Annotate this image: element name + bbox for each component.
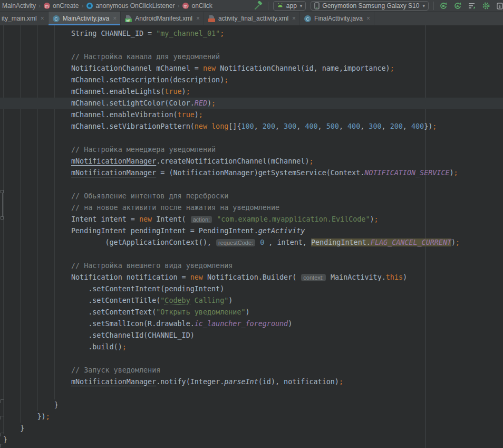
code-line[interactable]: PendingIntent pendingIntent = PendingInt…: [0, 225, 503, 237]
code-line[interactable]: [0, 249, 503, 260]
apply-changes-icon[interactable]: [439, 1, 448, 11]
breadcrumb-item-mainactivity[interactable]: MainActivity: [2, 2, 36, 9]
code-line[interactable]: (getApplicationContext(), requestCode: 0…: [0, 237, 503, 249]
breadcrumb-label: onClick: [191, 2, 212, 9]
code-line[interactable]: // Настройка канала для уведомлений: [0, 51, 503, 63]
tab-activity-final-acttivity-xml[interactable]: activity_final_acttivity.xml ×: [204, 12, 300, 25]
code-editor[interactable]: String CHANNEL_ID = "my_channel_01"; // …: [0, 25, 503, 448]
fold-marker[interactable]: [1, 416, 4, 420]
breadcrumb-separator: ›: [36, 2, 43, 9]
breadcrumb: MainActivity › m onCreate › anonymous On…: [2, 0, 212, 11]
breadcrumb-item-onclick[interactable]: m onClick: [182, 2, 212, 9]
chevron-down-icon: ▾: [422, 3, 425, 8]
fold-marker[interactable]: [1, 433, 4, 436]
code-line[interactable]: mNotificationManager.createNotificationC…: [0, 156, 503, 167]
chevron-down-icon: ▾: [300, 3, 303, 8]
code-line[interactable]: .setContentIntent(pendingIntent): [0, 283, 503, 295]
code-line[interactable]: }: [0, 399, 503, 411]
code-line[interactable]: Notification notification = new Notifica…: [0, 272, 503, 283]
breadcrumb-label: onCreate: [53, 2, 79, 9]
svg-text:A: A: [456, 4, 459, 8]
code-line[interactable]: Intent intent = new Intent( action: "com…: [0, 214, 503, 225]
code-line[interactable]: // Настройка менеджера уведомлений: [0, 144, 503, 156]
breadcrumb-item-anonymous-class[interactable]: anonymous OnClickListener: [86, 2, 175, 9]
java-class-icon: C: [304, 15, 312, 23]
tab-activity-main-xml[interactable]: ity_main.xml ×: [0, 12, 49, 25]
tab-label: ity_main.xml: [2, 15, 37, 22]
run-config-select[interactable]: app ▾: [273, 1, 306, 11]
code-line[interactable]: String CHANNEL_ID = "my_channel_01";: [0, 28, 503, 40]
fold-marker[interactable]: [0, 444, 3, 447]
apply-code-changes-icon[interactable]: A: [453, 1, 462, 11]
layout-xml-file-icon: [208, 15, 216, 23]
build-hammer-icon[interactable]: [254, 1, 263, 11]
code-line[interactable]: mChannel.setDescription(description);: [0, 74, 503, 86]
run-config-label: app: [286, 2, 297, 9]
android-studio-window: MainActivity › m onCreate › anonymous On…: [0, 0, 503, 448]
close-tab-icon[interactable]: ×: [366, 15, 370, 22]
svg-text:C: C: [54, 16, 58, 22]
code-line[interactable]: .setContentText("Открыть уведомление"): [0, 307, 503, 318]
device-label: Genymotion Samsung Galaxy S10: [322, 2, 419, 9]
fold-marker[interactable]: [1, 399, 4, 403]
code-line[interactable]: .build();: [0, 341, 503, 353]
profiler-icon[interactable]: [467, 1, 477, 11]
breadcrumb-label: anonymous OnClickListener: [95, 2, 175, 9]
method-icon: m: [182, 2, 189, 9]
code-line[interactable]: .setChannelId(CHANNEL_ID): [0, 330, 503, 341]
tab-label: FinalActtivity.java: [314, 15, 363, 22]
code-line[interactable]: [0, 40, 503, 51]
code-line[interactable]: // на новое активити после нажатия на ув…: [0, 202, 503, 214]
code-line[interactable]: // Запуск уведомления: [0, 365, 503, 376]
tab-label: activity_final_acttivity.xml: [218, 15, 288, 22]
code-line[interactable]: // Настройка внешнего вида уведомления: [0, 260, 503, 272]
gear-icon[interactable]: [481, 1, 491, 11]
anonymous-class-icon: [86, 2, 93, 9]
code-line[interactable]: [0, 132, 503, 144]
java-class-icon: C: [52, 15, 60, 23]
breadcrumb-separator: ›: [175, 2, 182, 9]
tab-label: MainActivity.java: [63, 15, 109, 22]
svg-text:m: m: [184, 3, 188, 8]
code-line[interactable]: // Обьявление интентов для переброски: [0, 190, 503, 202]
code-line[interactable]: mNotificationManager = (NotificationMana…: [0, 167, 503, 179]
tab-androidmanifest-xml[interactable]: MF AndroidManifest.xml ×: [121, 12, 204, 25]
code-line[interactable]: [0, 353, 503, 365]
code-line[interactable]: [0, 179, 503, 190]
breadcrumb-separator: ›: [79, 2, 86, 9]
close-tab-icon[interactable]: ×: [292, 15, 296, 22]
code-lines: String CHANNEL_ID = "my_channel_01"; // …: [0, 25, 503, 446]
code-line[interactable]: mChannel.enableVibration(true);: [0, 109, 503, 121]
breadcrumb-item-oncreate[interactable]: m onCreate: [43, 2, 79, 9]
code-line[interactable]: });: [0, 411, 503, 423]
close-tab-icon[interactable]: ×: [196, 15, 200, 22]
code-line[interactable]: mChannel.enableLights(true);: [0, 86, 503, 98]
code-line[interactable]: mNotificationManager.notify(Integer.pars…: [0, 376, 503, 388]
code-line[interactable]: .setSmallIcon(R.drawable.ic_launcher_for…: [0, 318, 503, 330]
device-select[interactable]: Genymotion Samsung Galaxy S10▾: [311, 1, 429, 11]
close-tab-icon[interactable]: ×: [41, 15, 44, 22]
svg-text:m: m: [45, 3, 49, 8]
editor-tab-bar: ity_main.xml × C MainActivity.java × MF …: [0, 12, 503, 25]
close-tab-icon[interactable]: ×: [113, 15, 117, 22]
code-line[interactable]: mChannel.setLightColor(Color.RED);: [0, 98, 503, 109]
tab-mainactivity-java[interactable]: C MainActivity.java ×: [49, 12, 121, 25]
manifest-badge: MF: [127, 18, 131, 22]
attach-debugger-icon[interactable]: [496, 1, 503, 11]
tab-label: AndroidManifest.xml: [135, 15, 192, 22]
code-line[interactable]: mChannel.setVibrationPattern(new long[]{…: [0, 121, 503, 132]
tab-finalacttivity-java[interactable]: C FinalActtivity.java ×: [300, 12, 374, 25]
method-icon: m: [43, 2, 51, 9]
breadcrumb-label: MainActivity: [2, 2, 36, 9]
fold-marker[interactable]: [1, 190, 4, 220]
code-line[interactable]: }: [0, 434, 503, 446]
code-line[interactable]: .setContentTitle("Codeby Calling"): [0, 295, 503, 307]
code-line[interactable]: NotificationChannel mChannel = new Notif…: [0, 63, 503, 74]
manifest-file-icon: MF: [124, 15, 132, 23]
svg-text:C: C: [306, 16, 309, 22]
main-toolbar: MainActivity › m onCreate › anonymous On…: [0, 0, 503, 12]
code-line[interactable]: [0, 388, 503, 399]
toolbar-actions: app ▾ Genymotion Samsung Galaxy S10▾: [254, 1, 503, 11]
toolbar-separator: [268, 2, 268, 10]
code-line[interactable]: }: [0, 423, 503, 434]
